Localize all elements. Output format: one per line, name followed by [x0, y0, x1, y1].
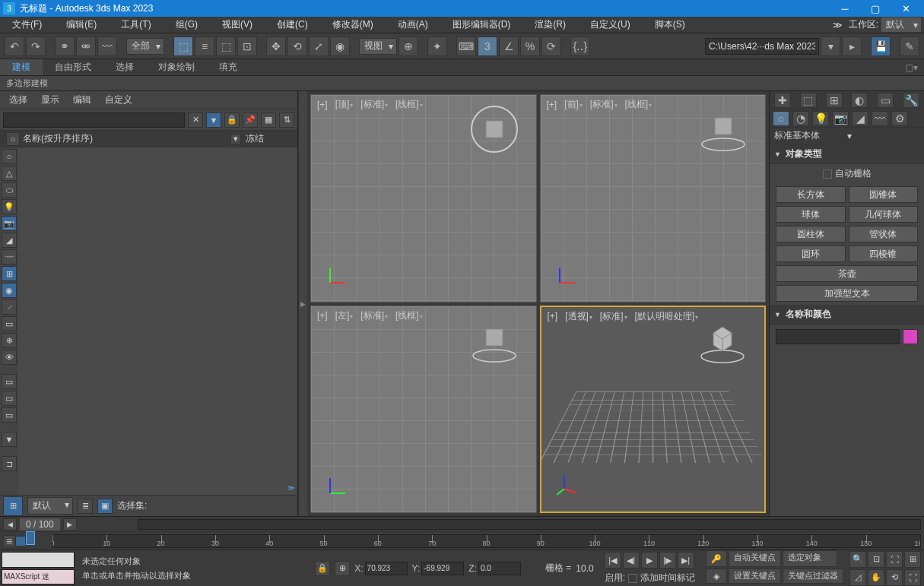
- viewport-perspective[interactable]: [+] [透视]▾ [标准]▾ [默认明暗处理]▾: [540, 306, 767, 514]
- isolate-icon[interactable]: ▣: [97, 499, 113, 514]
- ribbon-tab-populate[interactable]: 填充: [207, 59, 249, 75]
- display-helpers-icon[interactable]: ◢: [2, 233, 17, 248]
- menu-file[interactable]: 文件(F): [0, 17, 54, 33]
- scene-explorer-search-input[interactable]: [3, 112, 185, 128]
- cp-utilities-tab[interactable]: 🔧: [903, 93, 919, 108]
- display-xrefs-icon[interactable]: ◉: [2, 283, 17, 298]
- se-empty3-icon[interactable]: ▭: [2, 407, 17, 423]
- ribbon-collapse-icon[interactable]: ▢▾: [899, 62, 924, 73]
- zoom-extents-all-button[interactable]: ⊞: [904, 551, 921, 568]
- header-sphere-icon[interactable]: ○: [6, 132, 20, 146]
- select-rotate-button[interactable]: ⟲: [287, 36, 307, 56]
- display-bones-icon[interactable]: ⟋: [2, 299, 17, 315]
- primitive-box[interactable]: 长方体: [776, 186, 846, 203]
- primitive-cone[interactable]: 圆锥体: [849, 186, 919, 203]
- next-frame-button[interactable]: |▶: [659, 552, 676, 569]
- abs-rel-icon[interactable]: ⊕: [335, 561, 350, 576]
- zoom-all-button[interactable]: ⊡: [868, 551, 884, 568]
- panel-toggle-handle[interactable]: ▶: [298, 91, 307, 516]
- menu-graph[interactable]: 图形编辑器(D): [440, 17, 523, 33]
- angle-snap-button[interactable]: ∠: [499, 36, 519, 56]
- menu-group[interactable]: 组(G): [164, 17, 210, 33]
- select-scale-button[interactable]: ⤢: [309, 36, 329, 56]
- menu-animation[interactable]: 动画(A): [386, 17, 440, 33]
- set-key-button[interactable]: 🔑: [706, 550, 727, 567]
- vp-top-label[interactable]: [+] [顶]▾ [标准]▾ [线框]▾: [317, 98, 423, 111]
- rollout-name-color[interactable]: ▼名称和颜色: [770, 305, 924, 325]
- primitive-textplus[interactable]: 加强型文本: [776, 285, 918, 302]
- primitive-tube[interactable]: 管状体: [849, 226, 919, 242]
- display-groups-icon[interactable]: ⊞: [2, 266, 17, 281]
- layers-icon[interactable]: ≣: [78, 499, 93, 514]
- object-name-input[interactable]: [776, 329, 900, 344]
- spacewarps-icon[interactable]: 〰: [872, 111, 888, 126]
- se-empty2-icon[interactable]: ▭: [2, 391, 17, 406]
- column-freeze[interactable]: 冻结: [246, 132, 291, 145]
- primitive-torus[interactable]: 圆环: [776, 245, 846, 262]
- cp-hierarchy-tab[interactable]: ⊞: [826, 93, 843, 108]
- ribbon-tab-paint[interactable]: 对象绘制: [146, 59, 207, 75]
- add-time-tag[interactable]: 添加时间标记: [640, 572, 695, 584]
- menu-view[interactable]: 视图(V): [210, 17, 265, 33]
- viewcube-left[interactable]: [468, 314, 521, 367]
- viewcube-persp[interactable]: [696, 315, 749, 368]
- primitive-teapot[interactable]: 茶壶: [776, 265, 918, 282]
- scene-list[interactable]: ≫: [18, 147, 297, 495]
- vp-front-label[interactable]: [+] [前]▾ [标准]▾ [线框]▾: [547, 98, 653, 111]
- bind-spacewarp-button[interactable]: 〰: [97, 36, 117, 56]
- systems-icon[interactable]: ⚙: [891, 111, 908, 126]
- z-input[interactable]: [478, 562, 521, 575]
- pan-button[interactable]: ✋: [868, 569, 884, 586]
- civil-view-button[interactable]: ✎: [900, 36, 919, 56]
- lock-icon[interactable]: 🔒: [224, 112, 240, 128]
- object-color-swatch[interactable]: [903, 329, 918, 344]
- project-path-input[interactable]: [705, 38, 819, 55]
- link-button[interactable]: ⚭: [55, 36, 75, 56]
- cp-modify-tab[interactable]: ⬚: [800, 93, 817, 108]
- selection-filter-select[interactable]: 全部▾: [126, 38, 164, 55]
- save-shelf-button[interactable]: 💾: [871, 36, 891, 56]
- menu-edit[interactable]: 编辑(E): [54, 17, 109, 33]
- shapes-icon[interactable]: ◔: [792, 111, 809, 126]
- play-button[interactable]: ▶: [641, 552, 658, 569]
- redo-button[interactable]: ↷: [26, 36, 46, 56]
- category-select[interactable]: 标准基本体▾: [770, 128, 924, 144]
- prev-frame-button[interactable]: ◀|: [623, 552, 640, 569]
- percent-snap-button[interactable]: %: [520, 36, 540, 56]
- timeline-marker[interactable]: [26, 531, 35, 545]
- prompt-box[interactable]: [2, 552, 75, 568]
- key-mode-icon[interactable]: ◈: [706, 569, 727, 584]
- viewcube-top[interactable]: [468, 103, 521, 156]
- timeline-expand-icon[interactable]: ≡: [3, 535, 15, 547]
- display-hidden-icon[interactable]: 👁: [2, 350, 17, 365]
- goto-start-button[interactable]: |◀: [605, 552, 621, 569]
- key-filter-button[interactable]: 关键点过滤器: [783, 569, 843, 584]
- workspace-select[interactable]: 默认▾: [881, 17, 921, 32]
- autogrid-checkbox[interactable]: 自动栅格: [770, 164, 924, 183]
- setkey-button[interactable]: 设置关键点: [729, 569, 781, 584]
- se-bookmark-icon[interactable]: ⊐: [2, 456, 17, 471]
- display-spacewarps-icon[interactable]: 〰: [2, 249, 17, 264]
- se-tab-customize[interactable]: 自定义: [105, 93, 132, 106]
- named-selection-button[interactable]: {‥}: [570, 36, 590, 56]
- sort-icon[interactable]: ⇅: [279, 112, 294, 128]
- ts-frame-display[interactable]: 0 / 100: [20, 518, 60, 531]
- rollout-object-type[interactable]: ▼对象类型: [770, 144, 924, 164]
- viewport-left[interactable]: [+] [左]▾ [标准]▾ [线框]▾: [310, 306, 537, 514]
- menu-script[interactable]: 脚本(S): [643, 17, 697, 33]
- cp-motion-tab[interactable]: ◐: [851, 93, 868, 108]
- maximize-button[interactable]: ▢: [860, 0, 891, 17]
- lights-icon[interactable]: 💡: [812, 111, 829, 126]
- vp-left-label[interactable]: [+] [左]▾ [标准]▾ [线框]▾: [317, 309, 423, 322]
- autokey-button[interactable]: 自动关键点: [729, 550, 781, 567]
- ribbon-tab-modeling[interactable]: 建模: [0, 59, 43, 75]
- snap-toggle-button[interactable]: 3: [478, 36, 497, 56]
- ribbon-tab-freeform[interactable]: 自由形式: [43, 59, 103, 75]
- cp-display-tab[interactable]: ▭: [877, 93, 894, 108]
- cp-create-tab[interactable]: ✚: [774, 93, 791, 108]
- use-center-button[interactable]: ⊕: [398, 36, 418, 56]
- view-icon[interactable]: ▦: [261, 112, 276, 128]
- path-browse-button[interactable]: ▸: [842, 36, 862, 56]
- menu-customize[interactable]: 自定义(U): [578, 17, 643, 33]
- minimize-button[interactable]: ─: [830, 0, 860, 17]
